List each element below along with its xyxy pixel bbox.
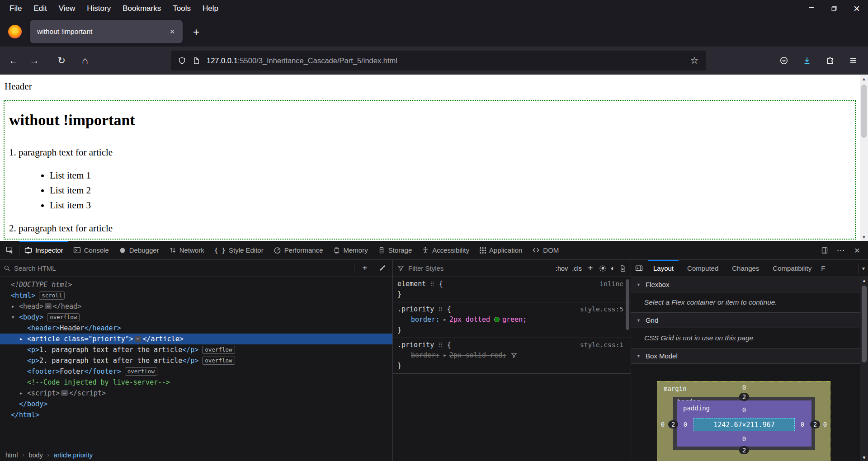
- layout-scrollbar[interactable]: ▲ ▼: [860, 277, 868, 461]
- sidebar-toggle-button[interactable]: [631, 260, 646, 277]
- breadcrumb-article[interactable]: article.priority: [54, 452, 93, 459]
- overflow-badge[interactable]: overflow: [202, 346, 235, 354]
- menu-edit[interactable]: Edit: [28, 2, 52, 15]
- devtools-tab-console[interactable]: Console: [68, 241, 114, 260]
- box-model-section-header[interactable]: ▼Box Model: [631, 348, 860, 364]
- grid-section-header[interactable]: ▼Grid: [631, 313, 860, 328]
- flexbox-section-header[interactable]: ▼Flexbox: [631, 277, 860, 292]
- downloads-button[interactable]: [798, 52, 816, 69]
- scroll-down-icon[interactable]: ▼: [862, 233, 866, 241]
- devtools-tab-inspector[interactable]: Inspector: [19, 241, 68, 260]
- menu-history[interactable]: History: [81, 2, 117, 15]
- node-footer[interactable]: <footer>Footer</footer>overflow: [0, 366, 392, 377]
- filter-styles-input[interactable]: [408, 264, 552, 272]
- breadcrumb-body[interactable]: body: [28, 452, 42, 459]
- devtools-tab-style-editor[interactable]: { } Style Editor: [209, 241, 269, 260]
- padding-left-value[interactable]: 0: [684, 421, 687, 428]
- eyedropper-button[interactable]: [375, 262, 389, 275]
- pocket-button[interactable]: [775, 52, 793, 69]
- rule-dots-icon[interactable]: ⠿: [438, 304, 443, 315]
- rule-dots-icon[interactable]: ⠿: [438, 340, 443, 350]
- menu-help[interactable]: Help: [197, 2, 224, 15]
- extensions-button[interactable]: [821, 52, 839, 69]
- overridden-filter-icon[interactable]: [511, 352, 517, 358]
- page-info-icon[interactable]: [193, 57, 200, 65]
- firefox-logo[interactable]: [8, 25, 22, 38]
- node-body-close[interactable]: </body>: [0, 399, 392, 409]
- declaration-border-green[interactable]: border:▶2px dotted green;: [393, 315, 631, 325]
- pick-element-button[interactable]: [0, 241, 19, 260]
- split-console-button[interactable]: [817, 243, 832, 258]
- overflow-badge[interactable]: overflow: [202, 357, 235, 365]
- minimize-button[interactable]: –: [800, 0, 823, 17]
- node-doctype[interactable]: <!DOCTYPE html>: [0, 279, 392, 290]
- browser-tab[interactable]: without !important ×: [30, 20, 183, 43]
- sidebar-tab-compatibility[interactable]: Compatibility: [766, 260, 818, 277]
- rule-selector[interactable]: element: [397, 280, 426, 288]
- menu-tools[interactable]: Tools: [167, 2, 197, 15]
- bookmark-star-button[interactable]: ☆: [687, 55, 702, 66]
- rule-location-link[interactable]: style.css:5: [580, 306, 623, 313]
- rules-scrollbar[interactable]: [626, 278, 630, 330]
- expander-icon[interactable]: ▶: [12, 301, 14, 312]
- reload-button[interactable]: ↻: [53, 52, 70, 69]
- menu-bookmarks[interactable]: Bookmarks: [117, 2, 167, 15]
- expander-icon[interactable]: ▶: [20, 334, 22, 344]
- padding-top-value[interactable]: 0: [742, 406, 746, 414]
- devtools-tab-accessibility[interactable]: Accessibility: [417, 241, 474, 260]
- margin-top-value[interactable]: 0: [742, 384, 746, 391]
- window-close-button[interactable]: ×: [845, 0, 868, 17]
- rule-dots-icon[interactable]: ⠿: [430, 279, 435, 289]
- node-body[interactable]: ▼<body>overflow: [0, 312, 392, 323]
- menu-file[interactable]: File: [4, 2, 28, 15]
- border-bottom-value[interactable]: 2: [739, 446, 749, 454]
- new-tab-button[interactable]: +: [189, 25, 203, 39]
- sidebar-tab-layout[interactable]: Layout: [646, 260, 680, 277]
- add-node-button[interactable]: +: [358, 262, 372, 275]
- node-html[interactable]: <html>scroll: [0, 290, 392, 301]
- node-p1[interactable]: <p>1. paragraph text after the article</…: [0, 344, 392, 355]
- padding-right-value[interactable]: 0: [801, 421, 804, 428]
- node-ellipsis-icon[interactable]: ⋯: [135, 336, 142, 342]
- sidebar-tab-changes[interactable]: Changes: [725, 260, 766, 277]
- rule-location[interactable]: inline: [600, 280, 623, 287]
- node-p2[interactable]: <p>2. paragraph text after the article</…: [0, 355, 392, 366]
- value-expander-icon[interactable]: ▶: [443, 350, 446, 361]
- restore-button[interactable]: [823, 0, 845, 17]
- node-comment[interactable]: <!--Code injected by live-server-->: [0, 377, 392, 388]
- devtools-menu-button[interactable]: ⋯: [834, 243, 848, 258]
- expander-icon[interactable]: ▼: [12, 312, 14, 323]
- sidebar-tab-fonts-clipped[interactable]: F: [818, 260, 826, 277]
- box-model-margin-box[interactable]: margin 0 0 0 border padding 1242.67×211.…: [657, 381, 830, 461]
- devtools-tab-performance[interactable]: Performance: [269, 241, 328, 260]
- declaration-border-red-overridden[interactable]: border:▶2px solid red;: [393, 350, 631, 361]
- padding-bottom-value[interactable]: 0: [742, 435, 746, 442]
- tab-close-button[interactable]: ×: [166, 26, 178, 38]
- url-bar[interactable]: 127.0.0.1:5500/3_Inheritance_Cascade/Par…: [171, 51, 706, 71]
- sidebar-tab-computed[interactable]: Computed: [680, 260, 725, 277]
- devtools-tab-debugger[interactable]: Debugger: [114, 241, 164, 260]
- node-html-close[interactable]: </html>: [0, 409, 392, 420]
- css-property[interactable]: border:: [411, 315, 439, 324]
- overflow-badge[interactable]: overflow: [125, 367, 157, 376]
- scrollbar-thumb[interactable]: [861, 85, 867, 138]
- search-html-input[interactable]: [14, 264, 350, 272]
- rule-selector[interactable]: .priority: [397, 341, 434, 349]
- scroll-badge[interactable]: scroll: [39, 292, 65, 300]
- scrollbar-thumb[interactable]: [626, 279, 629, 330]
- app-menu-button[interactable]: ≡: [844, 52, 862, 69]
- expander-icon[interactable]: ▶: [20, 388, 22, 399]
- border-top-value[interactable]: 2: [739, 393, 749, 401]
- devtools-close-button[interactable]: ×: [850, 243, 864, 258]
- scroll-down-icon[interactable]: ▼: [862, 454, 867, 461]
- rule-selector[interactable]: .priority: [397, 305, 434, 313]
- box-model-content-box[interactable]: 1242.67×211.967: [693, 418, 795, 431]
- node-ellipsis-icon[interactable]: ⋯: [45, 303, 52, 309]
- overflow-badge[interactable]: overflow: [47, 313, 80, 321]
- node-head[interactable]: ▶<head>⋯</head>: [0, 301, 392, 312]
- rule-location-link[interactable]: style.css:1: [580, 341, 623, 348]
- back-button[interactable]: ←: [5, 52, 22, 69]
- scroll-up-icon[interactable]: ▲: [862, 75, 866, 83]
- forward-button[interactable]: →: [26, 52, 42, 69]
- value-expander-icon[interactable]: ▶: [443, 315, 446, 325]
